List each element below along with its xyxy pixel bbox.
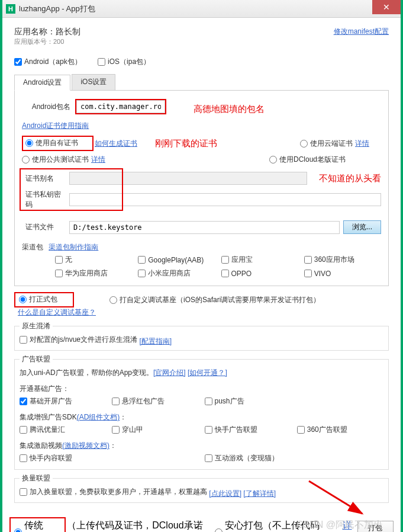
ads-enhance-item[interactable]: 快手广告联盟 — [205, 425, 291, 435]
cert-file-input[interactable] — [69, 221, 340, 234]
obfuscate-link[interactable]: [配置指南] — [139, 337, 172, 345]
traditional-pack-radio[interactable]: 传统打包 — [14, 520, 49, 532]
ads-enhance-item[interactable]: 穿山甲 — [112, 425, 198, 435]
cert-own-radio[interactable]: 使用自有证书 — [25, 138, 78, 148]
ads-incentive-item[interactable]: 互动游戏（变现猫） — [205, 453, 291, 463]
cert-file-label: 证书文件 — [22, 222, 69, 232]
package-annotation: 高德地图填的包名 — [194, 104, 381, 115]
channel-item[interactable]: 应用宝 — [221, 255, 298, 265]
titlebar: H luzhangApp - App打包 ✕ — [2, 0, 401, 18]
cert-annotation: 刚刚下载的证书 — [155, 138, 217, 149]
pack-what-link[interactable]: 什么是自定义调试基座？ — [18, 307, 96, 318]
channel-item[interactable]: OPPO — [221, 268, 298, 278]
channel-item[interactable]: 华为应用商店 — [55, 268, 132, 278]
cert-cloud-radio[interactable]: 使用云端证书详情 — [300, 139, 369, 149]
channel-item[interactable]: GooglePlay(AAB) — [138, 255, 215, 265]
platform-android-checkbox[interactable]: Android（apk包） — [14, 57, 82, 66]
cert-alias-label: 证书别名 — [22, 174, 69, 184]
package-name-input[interactable] — [76, 100, 165, 113]
app-name-label: 应用名称：路长制 — [14, 27, 80, 37]
ads-enhance-item[interactable]: 360广告联盟 — [297, 425, 383, 435]
browse-button[interactable]: 浏览... — [343, 220, 381, 234]
safe-link[interactable]: 详情 — [343, 520, 357, 532]
cert-pwd-input[interactable] — [69, 193, 381, 206]
exchange-link2[interactable]: [了解详情] — [243, 489, 276, 498]
channel-guide-link[interactable]: 渠道包制作指南 — [49, 243, 98, 251]
channel-item[interactable]: 无 — [55, 255, 132, 265]
cert-alias-input[interactable] — [69, 172, 307, 185]
ads-link1[interactable]: [官网介绍] — [153, 368, 186, 377]
pack-custom-radio[interactable]: 打自定义调试基座（iOS的Safari调试需要用苹果开发证书打包） — [109, 295, 320, 305]
manifest-config-link[interactable]: 修改manifest配置 — [334, 27, 389, 37]
exchange-link1[interactable]: [点此设置] — [209, 489, 241, 498]
tab-ios[interactable]: iOS设置 — [72, 74, 115, 90]
traditional-note: （上传代码及证书，DCloud承诺不保留） — [67, 520, 203, 532]
exchange-checkbox[interactable]: 加入换量联盟，免费获取更多用户，开通越早，权重越高 — [20, 487, 207, 497]
obfuscate-group: 原生混淆 对配置的js/nvue文件进行原生混淆 [配置指南] — [14, 321, 389, 351]
pack-button[interactable]: 打包(P) — [357, 521, 394, 533]
exchange-legend: 换量联盟 — [20, 473, 53, 483]
app-version-label: 应用版本号：200 — [14, 37, 80, 46]
cert-own-link[interactable]: 如何生成证书 — [95, 139, 137, 149]
tab-android[interactable]: Android设置 — [14, 75, 70, 91]
ads-basic-item[interactable]: push广告 — [205, 396, 291, 406]
package-name-label: Android包名 — [22, 102, 75, 112]
channel-item[interactable]: 360应用市场 — [304, 255, 381, 265]
ads-incentive-link[interactable]: (激励视频文档) — [62, 441, 109, 450]
obfuscate-legend: 原生混淆 — [20, 321, 53, 331]
ads-basic-title: 开通基础广告： — [20, 384, 383, 394]
cert-cloud-link[interactable]: 详情 — [355, 139, 369, 149]
channel-item[interactable]: VIVO — [304, 268, 381, 278]
cert-fields-annotation: 不知道的从头看 — [319, 173, 381, 184]
app-icon: H — [6, 4, 15, 14]
ads-enhance-link[interactable]: (AD组件文档) — [77, 413, 120, 421]
channel-label: 渠道包 — [22, 243, 43, 251]
ads-basic-item[interactable]: 悬浮红包广告 — [112, 396, 198, 406]
safe-pack-radio[interactable]: 安心打包（不上传代码及证书） — [215, 520, 327, 532]
cert-public-link[interactable]: 详情 — [91, 155, 105, 165]
cert-public-radio[interactable]: 使用公共测试证书详情 — [22, 155, 105, 165]
ads-group: 广告联盟 加入uni-AD广告联盟，帮助你的App变现。[官网介绍] [如何开通… — [14, 354, 389, 470]
obfuscate-checkbox[interactable]: 对配置的js/nvue文件进行原生混淆 — [20, 335, 137, 345]
ads-incentive-item[interactable]: 快手内容联盟 — [20, 453, 106, 463]
cert-pwd-label: 证书私钥密码 — [22, 190, 69, 210]
ads-legend: 广告联盟 — [20, 354, 53, 364]
pack-formal-radio[interactable]: 打正式包 — [19, 294, 57, 305]
cert-dcloud-radio[interactable]: 使用DCloud老版证书 — [269, 155, 346, 165]
channel-item[interactable]: 小米应用商店 — [138, 268, 215, 278]
window-title: luzhangApp - App打包 — [19, 4, 95, 14]
cert-guide-link[interactable]: Android证书使用指南 — [22, 121, 89, 130]
ads-enhance-item[interactable]: 腾讯优量汇 — [20, 425, 106, 435]
ads-link2[interactable]: [如何开通？] — [188, 368, 227, 377]
close-button[interactable]: ✕ — [372, 0, 401, 14]
ads-basic-item[interactable]: 基础开屏广告 — [20, 396, 106, 406]
exchange-group: 换量联盟 加入换量联盟，免费获取更多用户，开通越早，权重越高 [点此设置] [了… — [14, 473, 389, 503]
platform-ios-checkbox[interactable]: iOS（ipa包） — [98, 57, 150, 66]
